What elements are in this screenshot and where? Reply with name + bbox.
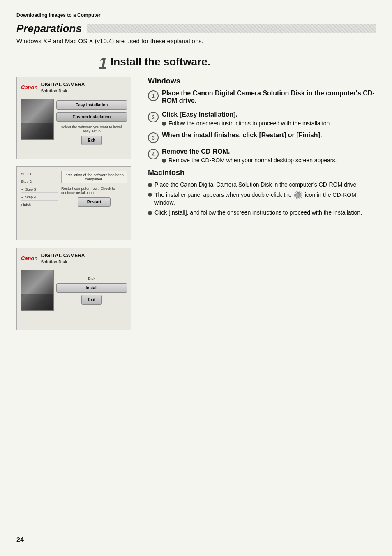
step-1-title: Place the Canon Digital Camera Solution … — [162, 90, 376, 104]
svg-point-1 — [297, 194, 300, 196]
exit-btn-mac[interactable]: Exit — [81, 295, 102, 305]
windows-label: Windows — [148, 77, 376, 85]
macintosh-section: Macintosh Place the Canon Digital Camera… — [148, 168, 376, 216]
cd-photo-1 — [21, 99, 54, 140]
step-2-bullet-text: Follow the onscreen instructions to proc… — [168, 120, 331, 127]
cd-photo-2 — [21, 270, 54, 311]
step-2-title: Click [Easy Installation]. — [162, 111, 376, 118]
canon-logo-1: Canon — [21, 84, 37, 90]
step-4-content: Remove the CD-ROM. Remove the CD-ROM whe… — [162, 148, 376, 164]
step-2-windows: 2 Click [Easy Installation]. Follow the … — [148, 111, 376, 127]
step-4-bullet: Remove the CD-ROM when your normal deskt… — [162, 157, 376, 164]
step-2-bullet: Follow the onscreen instructions to proc… — [162, 120, 376, 127]
bullet-dot-4 — [162, 159, 166, 163]
cd-icon — [294, 191, 302, 199]
canon-logo-2: Canon — [21, 255, 37, 261]
step-1-windows: 1 Place the Canon Digital Camera Solutio… — [148, 90, 376, 106]
mac-bullet-1-text: Place the Canon Digital Camera Solution … — [154, 181, 358, 188]
step-circle-2: 2 — [148, 112, 159, 122]
mac-bullet-dot-1 — [148, 183, 152, 187]
page-number: 24 — [16, 536, 24, 544]
cd-disk-box-windows: Canon DIGITAL CAMERA Solution Disk Easy … — [16, 77, 131, 159]
step-3-windows: 3 When the install finishes, click [Rest… — [148, 132, 376, 143]
install-btn-mac[interactable]: Install — [56, 283, 127, 293]
step-4-title: Remove the CD-ROM. — [162, 148, 376, 155]
main-step-number: 1 — [99, 55, 107, 71]
install-row-4: ✓ Step 4 — [21, 194, 58, 201]
section-title: Preparations — [16, 22, 82, 35]
cd-disk-box-mac: Canon DIGITAL CAMERA Solution Disk Disk … — [16, 248, 131, 330]
step-4-bullet-text: Remove the CD-ROM when your normal deskt… — [168, 157, 337, 164]
step-2-content: Click [Easy Installation]. Follow the on… — [162, 111, 376, 127]
step-3-content: When the install finishes, click [Restar… — [162, 132, 376, 141]
right-column: Windows 1 Place the Canon Digital Camera… — [148, 77, 376, 330]
install-row-1: Step 1 — [21, 171, 58, 177]
section-divider — [16, 48, 376, 48]
mac-bullet-2-text: The installer panel appears when you dou… — [154, 191, 376, 206]
install-complete-text: Installation of the software has been co… — [61, 171, 127, 183]
step-3-title: When the install finishes, click [Restar… — [162, 132, 376, 139]
step-circle-1: 1 — [148, 90, 159, 101]
macintosh-label: Macintosh — [148, 168, 376, 177]
step-1-content: Place the Canon Digital Camera Solution … — [162, 90, 376, 106]
cd-desc: Select the software you want to install … — [56, 125, 127, 133]
mac-bullet-1: Place the Canon Digital Camera Solution … — [148, 181, 376, 188]
mac-bullet-3: Click [Install], and follow the onscreen… — [148, 209, 376, 216]
step-circle-3: 3 — [148, 132, 159, 143]
main-step-title: Install the software. — [111, 55, 210, 68]
windows-section: Windows 1 Place the Canon Digital Camera… — [148, 77, 376, 164]
install-row-finish: Finish — [21, 202, 58, 208]
left-column: Canon DIGITAL CAMERA Solution Disk Easy … — [16, 77, 140, 330]
custom-install-btn[interactable]: Custom Installation — [56, 112, 127, 122]
install-row-2: Step 2 — [21, 179, 58, 185]
digital-camera-label-1: DIGITAL CAMERA Solution Disk — [41, 81, 85, 94]
bullet-dot-2 — [162, 122, 166, 126]
install-row-3: ✓ Step 3 — [21, 187, 58, 193]
mac-bullet-3-text: Click [Install], and follow the onscreen… — [154, 209, 362, 216]
title-bar-decoration — [87, 24, 376, 33]
top-label: Downloading Images to a Computer — [16, 12, 376, 18]
mac-bullet-dot-3 — [148, 211, 152, 215]
install-complete-box: Step 1 Step 2 ✓ Step 3 ✓ Step 4 Finish I… — [16, 166, 131, 240]
mac-bullet-2: The installer panel appears when you dou… — [148, 191, 376, 206]
step-circle-4: 4 — [148, 149, 159, 159]
subtitle: Windows XP and Mac OS X (v10.4) are used… — [16, 37, 376, 44]
easy-install-btn[interactable]: Easy Installation — [56, 100, 127, 110]
step-4-windows: 4 Remove the CD-ROM. Remove the CD-ROM w… — [148, 148, 376, 164]
restart-btn[interactable]: Restart — [78, 197, 111, 207]
mac-bullet-dot-2 — [148, 193, 152, 197]
mac-desc: Disk — [56, 277, 127, 281]
install-detail: Restart computer now / Check to continue… — [61, 187, 127, 195]
digital-camera-label-2: DIGITAL CAMERA Solution Disk — [41, 252, 85, 265]
exit-btn-1[interactable]: Exit — [81, 136, 102, 145]
